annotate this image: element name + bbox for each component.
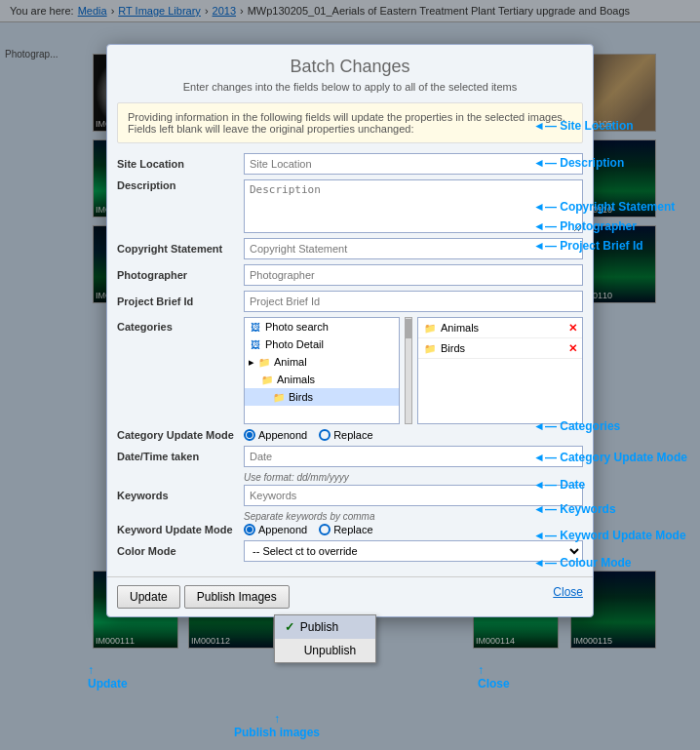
unpublish-label: Unpublish: [304, 644, 356, 657]
modal-title: Batch Changes: [107, 45, 593, 81]
keywords-input[interactable]: [244, 485, 583, 506]
doc-icon-photo-search: 🖼: [249, 320, 262, 334]
cat-replace-option[interactable]: Replace: [319, 429, 372, 441]
category-tree[interactable]: 🖼 Photo search 🖼 Photo Detail ▸ 📁 Animal: [244, 317, 400, 424]
kw-replace-label: Replace: [333, 524, 372, 535]
publish-dropdown-menu: ✓ Publish Unpublish: [274, 614, 376, 663]
cat-replace-label: Replace: [333, 429, 372, 441]
keywords-sublabel: Separate keywords by comma: [244, 511, 583, 522]
folder-icon-animal: 📁: [257, 355, 271, 369]
keywords-label: Keywords: [117, 490, 244, 501]
expand-icon-animal: ▸: [249, 356, 254, 369]
scrollbar-thumb[interactable]: [406, 319, 411, 338]
selected-cat-animals: 📁 Animals ✕: [418, 318, 582, 338]
update-button[interactable]: Update: [117, 585, 180, 609]
cat-replace-radio[interactable]: [319, 429, 331, 441]
publish-images-button[interactable]: Publish Images: [184, 585, 290, 609]
description-input[interactable]: [244, 179, 583, 233]
modal-footer: Update Publish Images ✓ Publish Unpublis…: [107, 576, 593, 616]
kw-replace-option[interactable]: Replace: [319, 524, 372, 535]
sel-cat-birds-label: Birds: [441, 342, 465, 354]
cat-tree-item-animals[interactable]: 📁 Animals: [245, 371, 399, 388]
modal-overlay: Batch Changes Enter changes into the fie…: [0, 0, 700, 750]
kw-update-mode-radios: Appenond Replace: [244, 524, 583, 535]
folder-icon-sel-animals: 📁: [423, 321, 437, 335]
doc-icon-photo-detail: 🖼: [249, 337, 262, 351]
cat-update-mode-radios: Appenond Replace: [244, 429, 583, 441]
cat-update-mode-label: Category Update Mode: [117, 429, 244, 441]
remove-birds-btn[interactable]: ✕: [568, 342, 577, 355]
project-brief-input[interactable]: [244, 291, 583, 312]
color-mode-select[interactable]: -- Select ct to override: [244, 540, 583, 562]
cat-tree-item-birds[interactable]: 📁 Birds: [245, 388, 399, 406]
kw-replace-radio[interactable]: [319, 524, 331, 535]
site-location-input[interactable]: [244, 153, 583, 175]
cat-append-option[interactable]: Appenond: [244, 429, 307, 441]
close-link[interactable]: Close: [553, 585, 583, 599]
publish-button-container: Publish Images ✓ Publish Unpublish: [184, 585, 290, 609]
modal-subtitle: Enter changes into the fields below to a…: [107, 81, 593, 102]
site-location-row: Site Location: [117, 153, 583, 175]
modal-form: Site Location Description Copyright Stat…: [107, 153, 593, 576]
description-label: Description: [117, 179, 244, 191]
cat-update-mode-row: Category Update Mode Appenond Replace: [117, 429, 583, 441]
site-location-label: Site Location: [117, 158, 244, 170]
folder-icon-sel-birds: 📁: [423, 341, 437, 355]
publish-label: Publish: [300, 620, 338, 634]
cat-panels: 🖼 Photo search 🖼 Photo Detail ▸ 📁 Animal: [244, 317, 583, 424]
tree-scrollbar[interactable]: [405, 317, 412, 424]
kw-append-radio[interactable]: [244, 524, 255, 535]
selected-categories-panel: 📁 Animals ✕ 📁 Birds ✕: [417, 317, 583, 424]
cat-tree-label-photo-detail: Photo Detail: [265, 338, 324, 350]
cat-tree-item-photo-detail[interactable]: 🖼 Photo Detail: [245, 336, 399, 353]
kw-append-label: Appenond: [258, 524, 307, 535]
copyright-row: Copyright Statement: [117, 238, 583, 259]
sel-cat-animals-label: Animals: [441, 322, 479, 334]
cat-tree-item-photo-search[interactable]: 🖼 Photo search: [245, 318, 399, 336]
cat-append-label: Appenond: [258, 429, 307, 441]
copyright-label: Copyright Statement: [117, 243, 244, 255]
color-mode-label: Color Mode: [117, 545, 244, 557]
description-row: Description: [117, 179, 583, 233]
keywords-row: Keywords: [117, 485, 583, 506]
batch-changes-modal: Batch Changes Enter changes into the fie…: [106, 44, 594, 617]
folder-icon-animals: 📁: [260, 373, 274, 386]
categories-label: Categories: [117, 317, 244, 333]
copyright-input[interactable]: [244, 238, 583, 259]
date-row: Date/Time taken: [117, 446, 583, 467]
cat-tree-label-birds: Birds: [289, 391, 313, 403]
selected-cat-birds: 📁 Birds ✕: [418, 338, 582, 359]
unpublish-option[interactable]: Unpublish: [275, 639, 375, 662]
date-input[interactable]: [244, 446, 583, 467]
remove-animals-btn[interactable]: ✕: [568, 322, 577, 335]
modal-info: Providing information in the following f…: [117, 102, 583, 143]
publish-checkmark: ✓: [285, 620, 294, 634]
kw-append-option[interactable]: Appenond: [244, 524, 307, 535]
folder-icon-birds: 📁: [272, 390, 286, 404]
date-label: Date/Time taken: [117, 451, 244, 462]
categories-row: Categories 🖼 Photo search 🖼 Photo Detail: [117, 317, 583, 424]
kw-update-mode-row: Keyword Update Mode Appenond Replace: [117, 524, 583, 535]
publish-option[interactable]: ✓ Publish: [275, 615, 375, 639]
color-mode-row: Color Mode -- Select ct to override: [117, 540, 583, 562]
cat-tree-label-animals: Animals: [277, 374, 315, 385]
project-brief-row: Project Brief Id: [117, 291, 583, 312]
photographer-row: Photographer: [117, 264, 583, 286]
photographer-label: Photographer: [117, 269, 244, 281]
cat-tree-label-photo-search: Photo search: [265, 321, 329, 333]
kw-update-mode-label: Keyword Update Mode: [117, 524, 244, 535]
cat-tree-item-animal[interactable]: ▸ 📁 Animal: [245, 353, 399, 371]
date-sublabel: Use format: dd/mm/yyyy: [244, 472, 583, 483]
photographer-input[interactable]: [244, 264, 583, 286]
project-brief-label: Project Brief Id: [117, 296, 244, 307]
cat-append-radio[interactable]: [244, 429, 255, 441]
cat-tree-label-animal: Animal: [274, 356, 307, 368]
